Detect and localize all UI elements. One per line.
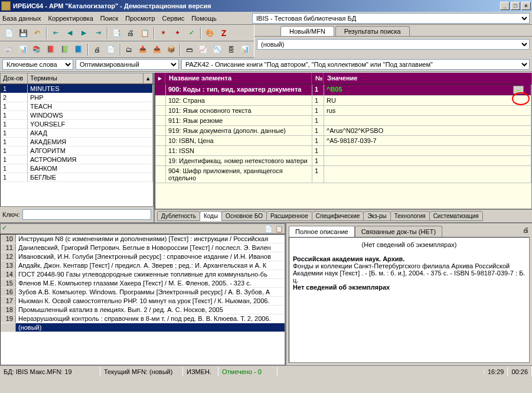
undo-icon[interactable]: ↶: [31, 27, 44, 40]
term-row[interactable]: 1TEACH: [1, 102, 153, 111]
key-input[interactable]: [22, 209, 151, 220]
menu-help[interactable]: Помощь: [191, 15, 217, 22]
term-row[interactable]: 1MINUTES: [1, 85, 153, 93]
mid-tab[interactable]: Специфические: [312, 211, 364, 221]
menu-search[interactable]: Поиск: [100, 15, 118, 22]
menu-database[interactable]: База данных: [2, 15, 41, 22]
mfn-select[interactable]: (новый): [257, 39, 530, 50]
term-row[interactable]: 2PHP: [1, 93, 153, 102]
tb-preview-icon[interactable]: 📋: [138, 27, 151, 40]
tb2-13-icon[interactable]: 🗃: [182, 43, 195, 56]
element-row[interactable]: 911: Язык резюме1: [155, 116, 531, 126]
term-row[interactable]: 1АСТРОНОМИЯ: [1, 155, 153, 164]
record-row[interactable]: 11Данилевский, Григорий Петрович. Беглые…: [1, 243, 285, 252]
prev-icon[interactable]: ◀: [63, 27, 76, 40]
tb2-12-icon[interactable]: 📦: [165, 43, 178, 56]
term-row[interactable]: 1АКАДЕМИЯ: [1, 138, 153, 147]
mid-tab[interactable]: Экз-ры: [363, 211, 390, 221]
records-list[interactable]: 10Инструкция N8 (с изменениями и дополне…: [0, 234, 285, 365]
tb-R-icon[interactable]: 🎨: [203, 27, 216, 40]
tb2-1-icon[interactable]: 📰: [2, 43, 15, 56]
tb-print-icon[interactable]: 🖨: [124, 27, 137, 40]
record-row[interactable]: 17Ньюман К. Освой самостоятельно PHP. 10…: [1, 297, 285, 306]
tb-check-icon[interactable]: ✓: [185, 27, 198, 40]
term-row[interactable]: 1БАНКОМ: [1, 164, 153, 173]
tb2-10-icon[interactable]: 📥: [136, 43, 149, 56]
tb2-14-icon[interactable]: 📈: [197, 43, 210, 56]
tb2-15-icon[interactable]: 📉: [211, 43, 224, 56]
element-row[interactable]: 101: Язык основного текста1rus: [155, 106, 531, 116]
terms-list[interactable]: 1MINUTES2PHP1TEACH1WINDOWS1YOURSELF1АКАД…: [0, 84, 154, 207]
tb2-8-icon[interactable]: 📄: [105, 43, 118, 56]
record-row[interactable]: 15Фленов М.Е. Компьютер глазами Хакера […: [1, 279, 285, 288]
tb-action1-icon[interactable]: ✶: [156, 27, 169, 40]
first-icon[interactable]: ⇤: [49, 27, 62, 40]
ellipsis-button[interactable]: ...: [513, 86, 524, 94]
record-row[interactable]: 12Ивановский, И.Н. Голуби [Электронный р…: [1, 252, 285, 261]
tb2-17-icon[interactable]: 📊: [239, 43, 252, 56]
tab-linked-docs[interactable]: Связанные док-ты (НЕТ): [355, 226, 442, 237]
maximize-button[interactable]: □: [511, 2, 520, 10]
tb2-6-icon[interactable]: 📘: [73, 43, 86, 56]
term-row[interactable]: 1WINDOWS: [1, 111, 153, 120]
menu-service[interactable]: Сервис: [162, 15, 185, 22]
desc-print-icon[interactable]: 🖨: [519, 223, 532, 236]
minimize-button[interactable]: _: [500, 2, 510, 10]
record-row[interactable]: 13Апдайк, Джон. Кентавр [Текст] / предис…: [1, 261, 285, 270]
element-row[interactable]: 904: Шифр приложения, хранящегося отдель…: [155, 166, 531, 183]
tb2-7-icon[interactable]: 🖨: [90, 43, 103, 56]
mid-tab[interactable]: Расширенное: [266, 211, 312, 221]
mid-tab[interactable]: Коды: [200, 211, 222, 221]
tab-full-desc[interactable]: Полное описание: [289, 226, 355, 237]
template-select[interactable]: PAZK42 - Описание книги "Под автором", "…: [181, 59, 530, 70]
tb-copy-icon[interactable]: 📑: [110, 27, 123, 40]
tb-Z-icon[interactable]: Z: [217, 27, 230, 40]
next-icon[interactable]: ▶: [77, 27, 90, 40]
tb2-9-icon[interactable]: 🗂: [123, 43, 136, 56]
close-button[interactable]: ×: [521, 2, 531, 10]
record-row[interactable]: 10Инструкция N8 (с изменениями и дополне…: [1, 235, 285, 243]
new-icon[interactable]: 📄: [2, 27, 15, 40]
term-row[interactable]: 1АЛГОРИТМ: [1, 147, 153, 155]
record-row[interactable]: 16Зубов А.В. Компьютер. Windows. Програм…: [1, 288, 285, 297]
tb2-3-icon[interactable]: 📚: [30, 43, 43, 56]
mid-tab[interactable]: Систематизация: [429, 211, 483, 221]
rec-btn2-icon[interactable]: 📋: [274, 224, 285, 233]
record-row[interactable]: 19Неразрушающий контроль : справочник в …: [1, 314, 285, 323]
elements-grid[interactable]: 900: Коды : тип, вид, характер документа…: [155, 84, 532, 209]
element-row[interactable]: 919: Язык документа (дополн. данные)1^Ar…: [155, 126, 531, 136]
element-row[interactable]: 19: Идентификац. номер нетекстового мате…: [155, 156, 531, 166]
element-row[interactable]: 11: ISSN1: [155, 146, 531, 156]
mid-tab[interactable]: Основное БО: [221, 211, 267, 221]
menu-view[interactable]: Просмотр: [125, 15, 155, 22]
element-row[interactable]: 102: Страна1RU: [155, 96, 531, 106]
check-icon[interactable]: ✓: [1, 224, 8, 233]
database-select[interactable]: IBIS - Тестовая библиотечная БД: [252, 13, 530, 24]
term-row[interactable]: 1БЕГЛЫЕ: [1, 173, 153, 182]
term-row[interactable]: 1АКАД: [1, 129, 153, 138]
record-row-new[interactable]: (новый): [1, 323, 285, 332]
mid-tab[interactable]: Технология: [390, 211, 430, 221]
rec-btn1-icon[interactable]: 📄: [263, 224, 274, 233]
element-row[interactable]: 10: ISBN, Цена1^A5-98187-039-7: [155, 136, 531, 146]
tb2-4-icon[interactable]: 📕: [44, 43, 57, 56]
record-row[interactable]: 14ГОСТ 20448-90 Газы углеводородные сжиж…: [1, 270, 285, 279]
tab-new-mfn[interactable]: Новый/MFN: [280, 26, 334, 36]
optimized-select[interactable]: Оптимизированный: [76, 59, 179, 70]
element-row[interactable]: 900: Коды : тип, вид, характер документа…: [155, 85, 531, 96]
menu-correction[interactable]: Корректировка: [48, 15, 93, 22]
tb2-2-icon[interactable]: 📊: [17, 43, 30, 56]
save-icon[interactable]: 💾: [17, 27, 30, 40]
keywords-select[interactable]: Ключевые слова: [2, 59, 73, 70]
mid-tab[interactable]: Дублетность: [157, 211, 200, 221]
tab-results[interactable]: Результаты поиска: [335, 26, 410, 36]
scroll-up-icon[interactable]: ▴: [143, 73, 153, 83]
tb-action2-icon[interactable]: ✦: [171, 27, 184, 40]
expand-toggle-icon[interactable]: ▸: [155, 73, 165, 84]
tb2-16-icon[interactable]: 🗄: [225, 43, 238, 56]
term-row[interactable]: 1YOURSELF: [1, 120, 153, 129]
record-row[interactable]: 18Промышленный катализ в лекциях. Вып. 2…: [1, 306, 285, 314]
tb2-11-icon[interactable]: 📤: [151, 43, 164, 56]
last-icon[interactable]: ⇥: [92, 27, 105, 40]
tb2-5-icon[interactable]: 📗: [58, 43, 71, 56]
